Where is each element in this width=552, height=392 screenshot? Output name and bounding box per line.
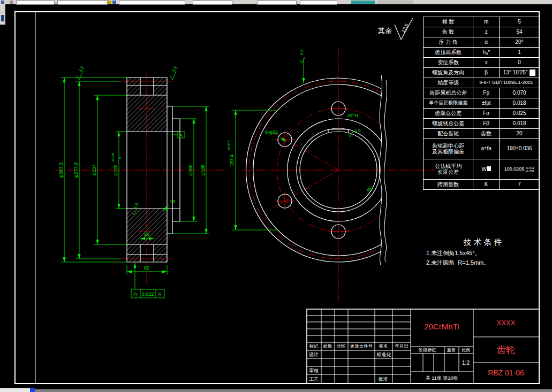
sheet-info: 共 11张 第10张 — [426, 375, 458, 381]
tolerance-value: 0.022 — [142, 291, 154, 297]
front-view-dimensions — [232, 57, 353, 230]
technical-conditions-title: 技术条件 — [426, 237, 541, 248]
stage-mark-label: 阶段标记 — [419, 348, 436, 352]
rev-header-mark: 标记 — [309, 343, 319, 349]
param-value: 5 — [500, 17, 540, 27]
beta-value: 13° 10′25″ — [503, 70, 528, 76]
param-symbol: hₐ* — [473, 48, 500, 58]
param-symbol: x — [473, 58, 500, 68]
param-value: 190±0.036 — [500, 139, 540, 159]
roughness-keyway: 1.6 — [354, 128, 361, 133]
param-symbol: m — [473, 17, 500, 27]
param-symbol: Fp — [473, 88, 500, 98]
param-value-accuracy: 8-8-7 GB/T10095.1-2001 — [473, 78, 540, 88]
dim-hub-diameter: φ160 — [188, 165, 193, 176]
param-symbol: K — [473, 180, 500, 190]
param-label: 齿距累积总公差 — [424, 88, 473, 98]
rev-header-file: 更改文件号 — [350, 343, 373, 349]
holes-callout: 6-φ22 — [265, 129, 278, 135]
param-label: 齿廓总公差 — [424, 109, 473, 119]
w-symbol-box — [487, 166, 491, 171]
param-symbol: Fα — [473, 109, 500, 119]
company: XXXX — [497, 319, 516, 327]
param-label: 单个齿距极限偏差 — [424, 98, 473, 109]
dim-span-sup: +0.046 — [227, 140, 230, 150]
cad-drawing-canvas[interactable]: φ287.3 φ277.3 φ237 φ120 +0.035 0 φ160 φ1… — [0, 0, 552, 392]
param-symbol: a±fa — [473, 139, 500, 159]
surface-note: 其余 12.5 — [378, 18, 413, 40]
dim-tip-diameter: φ287.3 — [58, 163, 64, 178]
dim-16: 16 — [170, 199, 175, 204]
dim-face-width: 62 — [144, 265, 149, 271]
param-label: 模 数 — [424, 17, 473, 27]
beta-cell-artifact — [530, 70, 535, 76]
param-label: 配合齿轮 — [424, 129, 473, 139]
param-value-w: 100.0205-0.011-0.251 — [500, 159, 540, 180]
dim-20: 20 — [144, 232, 149, 237]
rev-header-count: 处数 — [323, 343, 333, 349]
param-value: 1 — [500, 48, 540, 58]
w-value-sub: -0.251 — [525, 170, 534, 173]
dim-span: 187.4 — [229, 155, 235, 167]
param-label: 精度等级 — [424, 78, 473, 88]
dim-bore-diameter: φ120 — [113, 165, 118, 176]
scale-label: 比例 — [462, 348, 470, 352]
datum-a-label: A — [179, 133, 183, 138]
gear-parameter-table: 模 数m5 齿 数z54 压 力 角α20° 齿顶高系数hₐ*1 变位系数x0 … — [423, 17, 540, 190]
param-label: 齿顶高系数 — [424, 48, 473, 58]
drawing-number: RBZ 01-06 — [488, 368, 524, 377]
role-standardize: 标准化 — [376, 352, 392, 357]
dim-bore-sup: +0.035 — [111, 152, 115, 163]
surface-note-label: 其余 — [378, 27, 392, 35]
chamfer-angle: 45° — [366, 185, 374, 193]
surface-note-value: 12.5 — [400, 23, 410, 34]
technical-condition-2: 2.未注圆角 R=1.5mm。 — [426, 259, 541, 267]
param-value: 0 — [500, 58, 540, 68]
param-label: 齿 数 — [424, 27, 473, 37]
param-value: 0.018 — [500, 119, 540, 129]
rev-header-sign: 签名 — [379, 343, 388, 349]
technical-condition-1: 1.未注倒角1.5x45°。 — [426, 249, 541, 257]
part-name: 齿轮 — [497, 345, 515, 355]
tolerance-symbol: ◎ — [133, 291, 138, 297]
param-label: 跨测齿数 — [424, 180, 473, 190]
dim-pitch-diameter: φ277.3 — [73, 163, 79, 178]
param-value: 0.025 — [500, 109, 540, 119]
dim-rim-diameter: φ237 — [92, 165, 97, 176]
param-symbol: Fβ — [473, 119, 500, 129]
weight-label: 重量 — [447, 348, 456, 352]
w-value-main: 100.0205 — [504, 167, 525, 172]
scale-value: 1:2 — [462, 360, 470, 366]
role-process: 工艺 — [309, 376, 319, 382]
param-label: 变位系数 — [424, 58, 473, 68]
param-label: 公法线平均 长度公差 — [424, 159, 473, 180]
param-value: 54 — [500, 27, 540, 37]
rev-header-date: 年月日 — [395, 343, 409, 349]
param-value: 0.018 — [500, 98, 540, 109]
tolerance-datum: A — [158, 291, 161, 297]
roughness-3-2-left: 3.2 — [78, 65, 85, 73]
param-symbol: z — [473, 27, 500, 37]
param-symbol: β — [473, 68, 500, 78]
role-audit: 审核 — [309, 368, 319, 373]
param-label: 螺旋角及方向 — [424, 68, 473, 78]
param-label: 螺旋线总公差 — [424, 119, 473, 129]
param-label: 压 力 角 — [424, 37, 473, 48]
material: 20CrMnTi — [424, 322, 459, 331]
param-value: 0.070 — [500, 88, 540, 98]
role-design: 设计 — [309, 352, 319, 357]
technical-conditions: 技术条件 1.未注倒角1.5x45°。 2.未注圆角 R=1.5mm。 — [426, 237, 541, 267]
dim-collar-diameter: φ198 — [200, 165, 206, 176]
front-view-centerlines — [242, 47, 435, 302]
w-symbol: W — [481, 166, 486, 172]
param-label: 齿轮副中心距 及其极限偏差 — [424, 139, 473, 159]
roughness-3-2-right: 3.2 — [171, 65, 178, 73]
role-approve: 批准 — [378, 376, 388, 382]
angle-dim: 32°41′ — [347, 113, 360, 118]
param-symbol: α — [473, 37, 500, 48]
param-symbol: 齿数 — [473, 129, 500, 139]
param-value: 20° — [500, 37, 540, 48]
param-value: 7 — [500, 180, 540, 190]
param-value-beta: 13° 10′25″ — [500, 68, 540, 78]
roughness-teeth: 3.2 — [299, 49, 304, 56]
